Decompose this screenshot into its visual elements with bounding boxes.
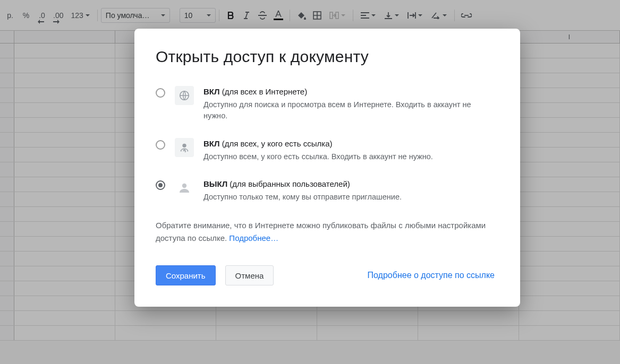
cancel-button[interactable]: Отмена [225, 265, 274, 285]
option-text: ВКЛ (для всех в Интернете) Доступно для … [203, 86, 495, 122]
option-suffix: (для выбранных пользователей) [227, 179, 350, 188]
option-desc: Доступно для поиска и просмотра всем в И… [203, 99, 495, 123]
option-state: ВЫКЛ [203, 179, 227, 188]
globe-icon [175, 86, 194, 105]
person-link-icon [175, 138, 194, 157]
more-about-link-sharing[interactable]: Подробнее о доступе по ссылке [368, 271, 495, 280]
radio-private[interactable] [156, 180, 165, 190]
option-text: ВКЛ (для всех, у кого есть ссылка) Досту… [203, 138, 495, 162]
option-private[interactable]: ВЫКЛ (для выбранных пользователей) Досту… [156, 178, 495, 203]
radio-link[interactable] [156, 140, 165, 150]
option-state: ВКЛ [203, 87, 220, 96]
dialog-button-row: Сохранить Отмена Подробнее о доступе по … [156, 265, 495, 285]
learn-more-link[interactable]: Подробнее… [229, 233, 278, 242]
radio-public[interactable] [156, 88, 165, 98]
option-state: ВКЛ [203, 139, 220, 148]
option-desc: Доступно всем, у кого есть ссылка. Входи… [203, 151, 495, 163]
option-link[interactable]: ВКЛ (для всех, у кого есть ссылка) Досту… [156, 138, 495, 162]
dialog-title: Открыть доступ к документу [156, 48, 495, 66]
save-button[interactable]: Сохранить [156, 265, 216, 285]
share-dialog: Открыть доступ к документу ВКЛ (для всех… [134, 29, 520, 307]
option-public[interactable]: ВКЛ (для всех в Интернете) Доступно для … [156, 86, 495, 122]
note-text: Обратите внимание, что в Интернете можно… [156, 219, 495, 246]
note-prefix: Обратите внимание, что в Интернете можно… [156, 221, 486, 243]
option-text: ВЫКЛ (для выбранных пользователей) Досту… [203, 178, 495, 203]
svg-point-2 [182, 144, 186, 148]
person-icon [175, 178, 194, 197]
option-suffix: (для всех в Интернете) [220, 87, 308, 96]
option-suffix: (для всех, у кого есть ссылка) [220, 139, 333, 148]
option-desc: Доступно только тем, кому вы отправите п… [203, 192, 495, 203]
svg-point-4 [182, 184, 186, 188]
